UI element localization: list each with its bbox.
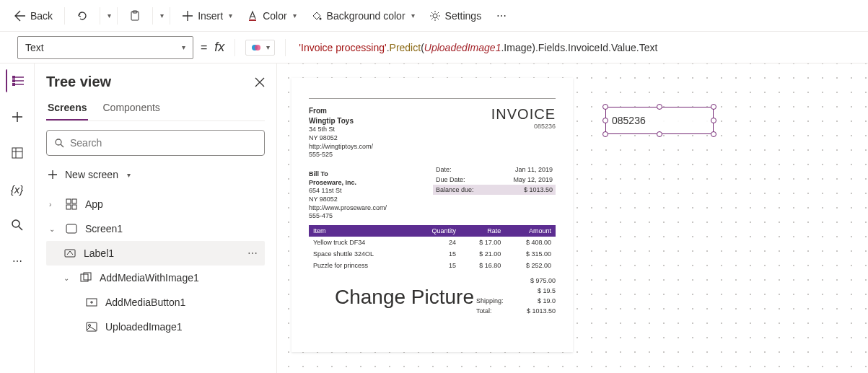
- svg-rect-10: [12, 148, 22, 158]
- search-input[interactable]: [46, 130, 265, 156]
- chevron-down-icon: ▾: [127, 171, 131, 179]
- svg-rect-13: [66, 199, 71, 203]
- change-picture-button[interactable]: Change Picture: [335, 286, 474, 309]
- new-screen-button[interactable]: New screen ▾: [46, 164, 265, 185]
- svg-point-23: [89, 325, 91, 327]
- resize-handle[interactable]: [657, 131, 662, 137]
- insert-button[interactable]: Insert ▾: [176, 7, 238, 25]
- divider: [100, 7, 100, 25]
- bgcolor-button[interactable]: Background color ▾: [305, 7, 421, 25]
- equals-icon: =: [201, 41, 207, 54]
- invoice-totals: $ 975.00 $ 19.5 Shipping:$ 19.0 Total:$ …: [476, 276, 556, 316]
- color-button[interactable]: Color ▾: [241, 7, 302, 25]
- tab-screens[interactable]: Screens: [46, 97, 88, 120]
- table-row: Puzzle for princess15$ 16.80$ 252.00: [309, 260, 556, 271]
- back-label: Back: [30, 10, 53, 22]
- app-icon: [65, 198, 78, 211]
- uploaded-image-preview[interactable]: From Wingtip Toys 34 5th St NY 98052 htt…: [291, 78, 573, 352]
- divider: [152, 7, 153, 25]
- color-label: Color: [263, 10, 286, 22]
- resize-handle[interactable]: [602, 131, 608, 137]
- tree-item-label: AddMediaButton1: [105, 297, 185, 308]
- variables-rail-button[interactable]: {x}: [6, 177, 29, 201]
- image-icon: [85, 320, 98, 333]
- resize-handle[interactable]: [657, 104, 662, 110]
- divider: [117, 7, 118, 25]
- tree-item-label: App: [85, 198, 103, 210]
- tree-item-addmediabutton[interactable]: AddMediaButton1: [46, 290, 265, 315]
- main-area: {x} ⋯ Tree view Screens Components New s…: [0, 63, 868, 373]
- tree-item-screen1[interactable]: ⌄ Screen1: [46, 216, 265, 241]
- chevron-down-icon[interactable]: ▾: [160, 12, 164, 19]
- chevron-down-icon[interactable]: ▾: [108, 12, 111, 19]
- svg-rect-9: [12, 83, 15, 86]
- resize-handle[interactable]: [711, 118, 716, 123]
- insert-rail-button[interactable]: [6, 105, 29, 128]
- tree-view-rail-button[interactable]: [6, 69, 29, 92]
- tree-item-uploadedimage[interactable]: UploadedImage1: [46, 315, 265, 339]
- tree-item-addmedia[interactable]: ⌄ AddMediaWithImage1: [46, 266, 265, 290]
- svg-rect-7: [12, 76, 15, 79]
- more-rail-button[interactable]: ⋯: [6, 250, 29, 273]
- chevron-down-icon: ▾: [293, 12, 297, 19]
- formula-bar: Text ▾ = fx ▾ 'Invoice processing'.Predi…: [0, 32, 868, 63]
- invoice-line-items: Item Quantity Rate Amount Yellow truck D…: [309, 225, 556, 271]
- chevron-down-icon: ⌄: [49, 225, 58, 233]
- tree-item-label1[interactable]: Label1 ⋯: [46, 241, 265, 266]
- svg-point-6: [255, 45, 260, 51]
- svg-point-3: [319, 17, 321, 19]
- search-rail-button[interactable]: [6, 214, 29, 237]
- svg-rect-17: [66, 224, 76, 233]
- resize-handle[interactable]: [711, 131, 716, 137]
- tree-title: Tree view: [46, 74, 111, 90]
- command-bar: Back ▾ ▾ Insert ▾ Color ▾ Background col…: [0, 0, 868, 32]
- tree-list: › App ⌄ Screen1 Label1 ⋯ ⌄ AddMediaWithI…: [46, 192, 265, 339]
- more-button[interactable]: ⋯: [490, 7, 513, 25]
- label1-text: 085236: [612, 115, 646, 126]
- settings-button[interactable]: Settings: [424, 7, 488, 25]
- screen-icon: [65, 222, 78, 235]
- tree-item-label: Label1: [84, 247, 114, 259]
- settings-label: Settings: [445, 10, 482, 22]
- new-screen-label: New screen: [65, 169, 118, 180]
- data-rail-button[interactable]: [6, 141, 29, 164]
- back-button[interactable]: Back: [9, 7, 58, 25]
- chevron-down-icon: ▾: [182, 43, 185, 51]
- resize-handle[interactable]: [602, 118, 608, 123]
- formula-input[interactable]: 'Invoice processing'.Predict(UploadedIma…: [296, 39, 859, 56]
- divider: [64, 7, 65, 25]
- svg-point-4: [433, 14, 437, 18]
- svg-point-12: [56, 139, 61, 145]
- tree-panel: Tree view Screens Components New screen …: [35, 63, 277, 373]
- back-arrow-icon: [14, 10, 26, 22]
- svg-rect-16: [72, 205, 76, 209]
- tree-item-label: UploadedImage1: [105, 321, 183, 333]
- paste-button[interactable]: [123, 7, 146, 25]
- tree-item-more-button[interactable]: ⋯: [243, 247, 262, 259]
- tab-components[interactable]: Components: [101, 97, 161, 120]
- resize-handle[interactable]: [711, 104, 716, 110]
- chevron-right-icon: ›: [49, 201, 58, 209]
- chevron-down-icon: ▾: [266, 43, 270, 51]
- svg-rect-14: [72, 199, 76, 203]
- label1-control[interactable]: 085236: [605, 107, 714, 134]
- insert-label: Insert: [198, 10, 223, 22]
- property-selector[interactable]: Text ▾: [17, 36, 193, 59]
- from-block: From Wingtip Toys 34 5th St NY 98052 htt…: [309, 106, 373, 159]
- chevron-down-icon: ▾: [411, 12, 415, 19]
- property-value: Text: [25, 42, 44, 53]
- media-button-icon: [85, 296, 98, 309]
- fx-icon: fx: [214, 40, 224, 55]
- invoice-heading: INVOICE 085236: [491, 106, 556, 159]
- resize-handle[interactable]: [602, 104, 608, 110]
- chevron-down-icon: ⌄: [63, 274, 72, 282]
- media-group-icon: [79, 271, 92, 284]
- tree-item-app[interactable]: › App: [46, 192, 265, 216]
- close-panel-button[interactable]: [255, 77, 265, 87]
- undo-button[interactable]: [71, 7, 94, 25]
- copilot-button[interactable]: ▾: [245, 40, 275, 56]
- canvas[interactable]: From Wingtip Toys 34 5th St NY 98052 htt…: [277, 63, 868, 373]
- tree-item-label: AddMediaWithImage1: [100, 272, 199, 284]
- divider: [170, 7, 170, 25]
- label-icon: [63, 247, 76, 260]
